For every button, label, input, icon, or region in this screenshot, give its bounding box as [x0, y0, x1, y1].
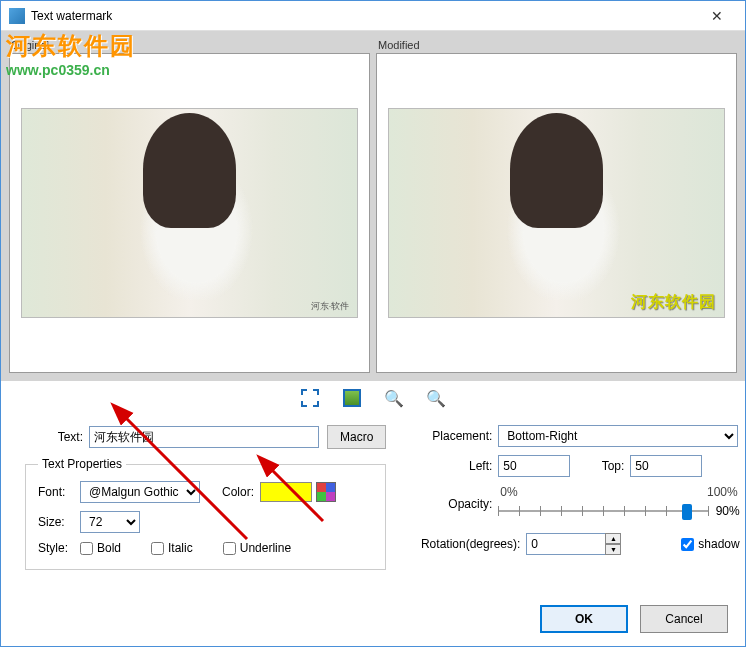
preview-area: Original 河东·软件 Modified 河东软件园	[1, 31, 745, 381]
right-column: Placement: Bottom-Right Left: Top: Opaci…	[416, 425, 739, 570]
zoom-toolbar: 🔍 🔍	[1, 381, 745, 415]
top-label: Top:	[570, 459, 630, 473]
left-input[interactable]	[498, 455, 570, 477]
left-column: Text: Macro Text Properties Font: @Malgu…	[25, 425, 386, 570]
dialog-footer: OK Cancel	[540, 605, 728, 633]
opacity-slider[interactable]	[498, 499, 707, 523]
macro-button[interactable]: Macro	[327, 425, 386, 449]
size-select[interactable]: 72	[80, 511, 140, 533]
form-area: Text: Macro Text Properties Font: @Malgu…	[1, 415, 745, 570]
color-picker-icon[interactable]	[316, 482, 336, 502]
rotation-input[interactable]	[526, 533, 606, 555]
opacity-value: 90%	[716, 504, 740, 518]
size-label: Size:	[38, 515, 80, 529]
window-title: Text watermark	[31, 9, 697, 23]
underline-checkbox[interactable]: Underline	[223, 541, 291, 555]
close-icon[interactable]: ✕	[697, 8, 737, 24]
opacity-min: 0%	[500, 485, 517, 499]
modified-image-box[interactable]: 河东软件园	[376, 53, 737, 373]
opacity-label: Opacity:	[416, 497, 498, 511]
placement-select[interactable]: Bottom-Right	[498, 425, 738, 447]
ok-button[interactable]: OK	[540, 605, 628, 633]
color-swatch[interactable]	[260, 482, 312, 502]
fill-icon[interactable]	[343, 389, 361, 407]
left-label: Left:	[416, 459, 498, 473]
text-input[interactable]	[89, 426, 319, 448]
zoom-out-icon[interactable]: 🔍	[427, 389, 445, 407]
text-properties-fieldset: Text Properties Font: @Malgun Gothic Col…	[25, 457, 386, 570]
rotation-up[interactable]: ▲	[605, 533, 621, 544]
original-label: Original	[9, 39, 370, 53]
original-image-box[interactable]: 河东·软件	[9, 53, 370, 373]
placement-label: Placement:	[416, 429, 498, 443]
modified-panel: Modified 河东软件园	[376, 39, 737, 373]
style-label: Style:	[38, 541, 80, 555]
cancel-button[interactable]: Cancel	[640, 605, 728, 633]
modified-label: Modified	[376, 39, 737, 53]
rotation-label: Rotation(degrees):	[416, 537, 526, 551]
original-panel: Original 河东·软件	[9, 39, 370, 373]
shadow-checkbox[interactable]: shadow	[681, 537, 739, 551]
modified-photo: 河东软件园	[388, 108, 725, 318]
color-label: Color:	[200, 485, 260, 499]
modified-watermark-text: 河东软件园	[631, 292, 716, 313]
text-label: Text:	[25, 430, 89, 444]
fieldset-legend: Text Properties	[38, 457, 126, 471]
title-bar: Text watermark ✕	[1, 1, 745, 31]
font-label: Font:	[38, 485, 80, 499]
font-select[interactable]: @Malgun Gothic	[80, 481, 200, 503]
original-corner-text: 河东·软件	[311, 300, 350, 313]
fit-icon[interactable]	[301, 389, 319, 407]
original-photo: 河东·软件	[21, 108, 358, 318]
rotation-down[interactable]: ▼	[605, 544, 621, 555]
app-icon	[9, 8, 25, 24]
top-input[interactable]	[630, 455, 702, 477]
italic-checkbox[interactable]: Italic	[151, 541, 193, 555]
opacity-max: 100%	[707, 485, 738, 499]
bold-checkbox[interactable]: Bold	[80, 541, 121, 555]
zoom-in-icon[interactable]: 🔍	[385, 389, 403, 407]
